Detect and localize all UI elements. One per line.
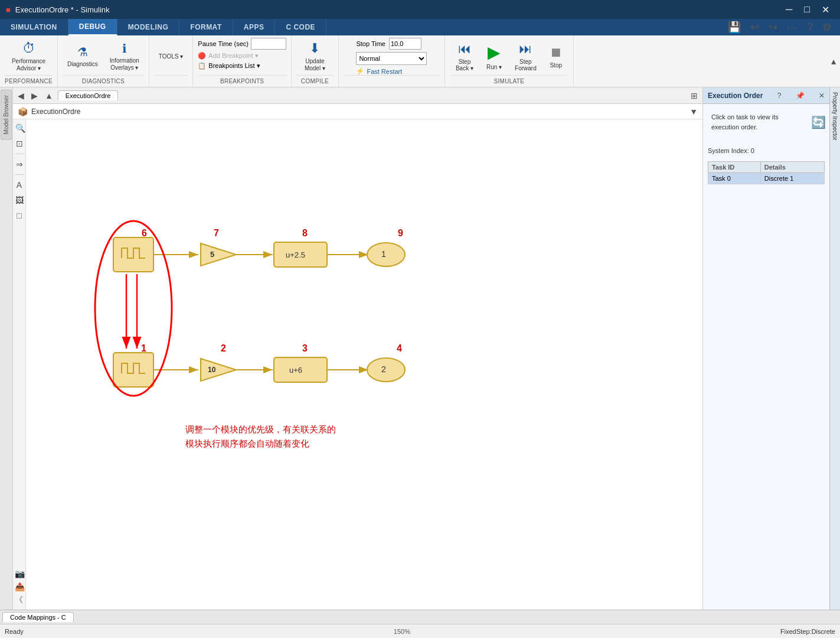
collapse-tools-btn[interactable]: 《 xyxy=(13,593,25,607)
step-forward-button[interactable]: ⏭ StepForward xyxy=(510,39,541,74)
status-ready: Ready xyxy=(5,628,24,635)
task-table: Task ID Details Task 0 Discrete 1 xyxy=(708,161,825,184)
task-id-header: Task ID xyxy=(708,162,761,173)
right-panel-title: Execution Order xyxy=(708,92,763,100)
tab-apps[interactable]: APPS xyxy=(233,19,276,35)
panel-pin-button[interactable]: 📌 xyxy=(796,92,805,100)
zoom-in-tool[interactable]: 🔍 xyxy=(14,122,25,135)
panel-icon-row: Click on task to view its execution orde… xyxy=(703,104,829,140)
tab-modeling[interactable]: MODELING xyxy=(117,19,180,35)
minimize-button[interactable]: ─ xyxy=(781,3,797,17)
ribbon-group-performance: ⏱ PerformanceAdvisor ▾ PERFORMANCE xyxy=(0,35,58,87)
property-inspector-tab[interactable]: Property Inspector xyxy=(831,87,839,145)
fast-restart-button[interactable]: ⚡ Fast Restart xyxy=(356,67,402,75)
close-button[interactable]: ✕ xyxy=(817,3,834,17)
arrow-tool[interactable]: ⇒ xyxy=(14,158,25,171)
step-back-icon: ⏮ xyxy=(458,41,471,57)
svg-text:u+2.5: u+2.5 xyxy=(286,250,305,259)
performance-advisor-button[interactable]: ⏱ PerformanceAdvisor ▾ xyxy=(7,38,50,74)
breakpoints-list-label: Breakpoints List ▾ xyxy=(208,62,260,70)
add-breakpoint-button[interactable]: 🔴 Add Breakpoint ▾ xyxy=(198,52,258,60)
update-model-label: UpdateModel ▾ xyxy=(305,58,325,72)
image-tool[interactable]: 🖼 xyxy=(14,194,25,207)
code-mappings-tab[interactable]: Code Mappings - C xyxy=(2,612,74,622)
breakpoints-list-icon: 📋 xyxy=(198,62,206,70)
svg-text:7: 7 xyxy=(214,228,219,238)
simulate-content: ⏮ StepBack ▾ ▶ Run ▾ ⏭ StepForward ⏹ Sto… xyxy=(451,38,567,75)
code-mappings-label: Code Mappings - C xyxy=(10,614,66,621)
tab-ccode[interactable]: C CODE xyxy=(275,19,326,35)
svg-text:1: 1 xyxy=(381,249,386,259)
status-zoom: 150% xyxy=(394,628,410,635)
status-mode: FixedStep:Discrete xyxy=(780,628,835,635)
run-button[interactable]: ▶ Run ▾ xyxy=(482,40,506,73)
svg-marker-20 xyxy=(201,359,236,381)
info-overlays-label: InformationOverlays ▾ xyxy=(110,57,139,71)
canvas-grid-button[interactable]: ⊞ xyxy=(688,90,700,102)
stop-button[interactable]: ⏹ Stop xyxy=(545,43,567,71)
step-back-button[interactable]: ⏮ StepBack ▾ xyxy=(451,39,478,74)
svg-text:9: 9 xyxy=(398,228,403,238)
step-forward-label: StepForward xyxy=(515,58,537,71)
panel-close-button[interactable]: ✕ xyxy=(819,92,825,100)
breakpoint-icon: 🔴 xyxy=(198,52,206,60)
canvas-tab[interactable]: ExecutionOrdre xyxy=(58,90,118,100)
simulink-canvas[interactable]: 6 7 5 8 u+2.5 xyxy=(26,119,702,610)
ribbon-group-diagnostics: ⚗ Diagnostics ℹ InformationOverlays ▾ DI… xyxy=(58,35,149,87)
diagnostics-button[interactable]: ⚗ Diagnostics xyxy=(63,43,103,70)
path-dropdown-icon[interactable]: ▼ xyxy=(689,107,698,116)
pause-time-input[interactable] xyxy=(251,38,286,50)
diagnostics-group-label: DIAGNOSTICS xyxy=(63,75,144,84)
ribbon-group-breakpoints: Pause Time (sec) 🔴 Add Breakpoint ▾ 📋 Br… xyxy=(193,35,292,87)
system-index: System Index: 0 xyxy=(703,145,829,157)
collapse-button[interactable]: ▲ xyxy=(829,57,838,66)
breakpoints-list-button[interactable]: 📋 Breakpoints List ▾ xyxy=(198,62,260,70)
settings-button[interactable]: ⚙ xyxy=(819,18,835,36)
tab-format[interactable]: FORMAT xyxy=(179,19,233,35)
svg-text:8: 8 xyxy=(302,228,308,238)
right-panel-header: Execution Order ? 📌 ✕ xyxy=(703,87,829,104)
table-row[interactable]: Task 0 Discrete 1 xyxy=(708,173,825,184)
undo-button[interactable]: ↩ xyxy=(747,18,763,36)
export-tool[interactable]: 📤 xyxy=(13,580,25,593)
tools-button[interactable]: TOOLS ▾ xyxy=(154,51,188,63)
add-breakpoint-label: Add Breakpoint ▾ xyxy=(208,52,258,60)
redo-button[interactable]: ↪ xyxy=(765,18,781,36)
task-id-cell: Task 0 xyxy=(708,173,761,184)
breakpoints-content: Pause Time (sec) 🔴 Add Breakpoint ▾ 📋 Br… xyxy=(198,38,286,75)
panel-action-button[interactable]: 🔄 xyxy=(811,108,826,136)
canvas-toolbar: ◀ ▶ ▲ ExecutionOrdre ⊞ xyxy=(13,87,702,104)
svg-point-28 xyxy=(367,358,405,382)
fit-tool[interactable]: ⊡ xyxy=(14,137,25,150)
svg-marker-6 xyxy=(201,243,236,266)
update-model-button[interactable]: ⬇ UpdateModel ▾ xyxy=(300,38,330,74)
diagnostics-label: Diagnostics xyxy=(67,61,98,68)
stop-time-input[interactable] xyxy=(389,38,421,50)
sidebar-tab-model-browser[interactable]: Model Browser xyxy=(1,90,12,140)
shape-tool[interactable]: □ xyxy=(14,209,25,222)
tool-separator-2 xyxy=(15,174,24,175)
more-button[interactable]: ⋯ xyxy=(783,18,801,36)
canvas-container: ◀ ▶ ▲ ExecutionOrdre ⊞ 📦 ExecutionOrdre … xyxy=(13,87,702,610)
back-button[interactable]: ◀ xyxy=(15,90,27,102)
ribbon-collapse[interactable]: ▲ xyxy=(827,35,840,87)
maximize-button[interactable]: □ xyxy=(799,3,815,17)
help-button[interactable]: ? xyxy=(803,19,816,36)
compile-group-label: COMPILE xyxy=(296,75,334,84)
text-tool[interactable]: A xyxy=(14,178,25,191)
screenshot-tool[interactable]: 📷 xyxy=(13,567,25,580)
save-button[interactable]: 💾 xyxy=(724,18,744,36)
breakpoints-group-label: BREAKPOINTS xyxy=(198,75,286,84)
performance-group-label: PERFORMANCE xyxy=(5,75,53,84)
panel-help-button[interactable]: ? xyxy=(777,92,782,100)
app-title: ■ ExecutionOrdre * - Simulink xyxy=(6,5,110,14)
simulation-mode-select[interactable]: Normal Accelerator Rapid Accelerator xyxy=(356,52,427,65)
tab-simulation[interactable]: SIMULATION xyxy=(0,19,68,35)
tab-debug[interactable]: DEBUG xyxy=(68,19,117,35)
info-overlays-button[interactable]: ℹ InformationOverlays ▾ xyxy=(105,39,144,74)
tools-label: TOOLS ▾ xyxy=(159,53,184,60)
svg-text:3: 3 xyxy=(302,343,308,353)
up-button[interactable]: ▲ xyxy=(43,90,55,102)
forward-button[interactable]: ▶ xyxy=(29,90,40,102)
ribbon-group-simulate: ⏮ StepBack ▾ ▶ Run ▾ ⏭ StepForward ⏹ Sto… xyxy=(445,35,574,87)
